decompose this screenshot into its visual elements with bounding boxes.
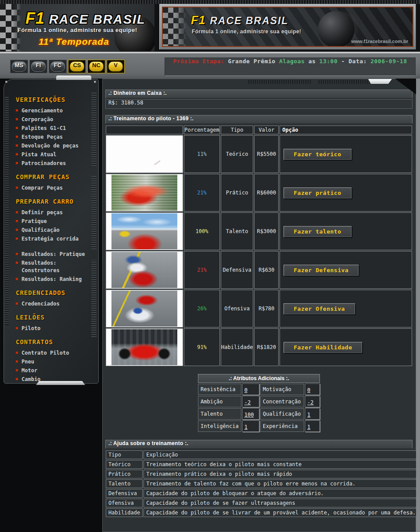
attr-value-resistencia[interactable]: 0 bbox=[242, 384, 259, 395]
next-race-date: 2006-09-18 bbox=[370, 58, 407, 65]
nav-button-fc[interactable]: FC bbox=[49, 60, 67, 73]
training-row-ofensiva: 26% Ofensiva R$780 Fazer Ofensiva bbox=[106, 290, 412, 327]
help-row: Defensiva Capacidade do piloto de bloque… bbox=[106, 489, 418, 498]
fazer-pratico-button[interactable]: Fazer prático bbox=[284, 187, 351, 198]
rivet-icon bbox=[94, 81, 96, 83]
sidebar-item-qualificacao[interactable]: Qualificação bbox=[16, 226, 92, 234]
attr-value-text: 1 bbox=[307, 412, 310, 418]
sidebar-item-label: Cambio bbox=[22, 376, 40, 383]
sidebar-item-comprar-pecas[interactable]: Comprar Peças bbox=[16, 184, 92, 192]
help-tipo: Talento bbox=[106, 479, 143, 488]
sidebar-item-patrocinadores[interactable]: Patrocinadores bbox=[16, 160, 92, 167]
attr-value-ambicao[interactable]: -2 bbox=[242, 396, 259, 407]
help-tipo: Tipo bbox=[106, 450, 143, 459]
attr-value-inteligencia[interactable]: 1 bbox=[242, 421, 259, 432]
sidebar-item-resultados-pratique[interactable]: Resultados: Pratique bbox=[16, 251, 92, 258]
attributes-title: .: Atributos Adicionais :. bbox=[198, 374, 320, 383]
fazer-habilidade-button[interactable]: Fazer Habilidade bbox=[284, 342, 362, 353]
nav-button-fi[interactable]: FI bbox=[29, 60, 47, 73]
attr-value-text: 1 bbox=[244, 424, 248, 430]
nav-button-nc[interactable]: NC bbox=[87, 60, 105, 73]
right-edge-strip bbox=[416, 54, 420, 532]
sidebar-item-estrategia-corrida[interactable]: Estratégia corrida bbox=[16, 235, 92, 243]
help-desc: Capacidade do piloto de se fazer ultrapa… bbox=[144, 499, 418, 507]
sidebar-item-label: Gerenciamento bbox=[22, 107, 63, 115]
attr-value-text: -2 bbox=[244, 399, 251, 406]
sidebar-item-credenciados[interactable]: Credenciados bbox=[16, 300, 92, 308]
next-race-label: Próxima Etapa: bbox=[173, 58, 225, 65]
nav-button-fi-label: FI bbox=[31, 61, 46, 72]
nav-button-cs-label: CS bbox=[70, 61, 84, 72]
fazer-talento-button[interactable]: Fazer talento bbox=[284, 226, 351, 237]
attr-label-talento: Talento bbox=[198, 408, 241, 420]
tipo-value: Prático bbox=[221, 174, 253, 212]
attr-label-motivacao: Motivação bbox=[260, 384, 304, 395]
nav-button-v[interactable]: V bbox=[107, 60, 125, 73]
attr-value-motivacao[interactable]: 0 bbox=[305, 384, 320, 395]
attr-label-ambicao: Ambição bbox=[198, 396, 241, 407]
sidebar-item-label: Estratégia corrida bbox=[22, 235, 79, 243]
sidebar-item-label: Credenciados bbox=[22, 300, 60, 308]
sidebar-item-resultados-construtores[interactable]: Resultados: Construtores bbox=[16, 259, 92, 274]
bullet-icon bbox=[16, 220, 18, 222]
sidebar-item-label: Pista Atual bbox=[22, 151, 56, 158]
bullet-icon bbox=[16, 369, 18, 371]
money-value: R$: 3180.58 bbox=[105, 99, 413, 109]
sidebar-item-piloto[interactable]: Piloto bbox=[16, 325, 92, 332]
fazer-teorico-button[interactable]: Fazer teórico bbox=[284, 149, 351, 160]
chalkboard-photo bbox=[106, 135, 183, 173]
attr-label-experiencia: Experiência bbox=[260, 421, 304, 432]
sidebar-item-estoque-pecas[interactable]: Estoque Peças bbox=[16, 133, 92, 141]
bullet-icon bbox=[16, 109, 18, 111]
main-panel: .: Dinheiro em Caixa :. R$: 3180.58 .: T… bbox=[102, 79, 416, 532]
main-content: .: Dinheiro em Caixa :. R$: 3180.58 .: T… bbox=[103, 79, 416, 518]
bullet-icon bbox=[16, 327, 18, 329]
sidebar-item-label: Qualificação bbox=[22, 226, 60, 234]
sidebar-item-devolucao-pecas[interactable]: Devolução de peças bbox=[16, 142, 92, 150]
nav-button-ms[interactable]: MS bbox=[10, 60, 28, 73]
sidebar-item-label: Resultados: Ranking bbox=[22, 276, 82, 283]
sidebar-item-palpites[interactable]: Palpites G1-C1 bbox=[16, 125, 92, 132]
valor-value: R$1820 bbox=[254, 328, 279, 366]
bullet-icon bbox=[16, 278, 18, 280]
help-tipo: Ofensiva bbox=[106, 499, 143, 507]
fazer-defensiva-button[interactable]: Fazer Defensiva bbox=[284, 265, 359, 276]
banner-ad[interactable]: F1 Race Brasil Fórmula 1 online, adminis… bbox=[159, 4, 416, 50]
percent-value: 11% bbox=[184, 135, 220, 173]
percent-value: 100% bbox=[184, 212, 220, 250]
training-row-defensiva: 21% Defensiva R$630 Fazer Defensiva bbox=[106, 251, 412, 289]
sidebar-item-pneu[interactable]: Pneu bbox=[16, 358, 92, 366]
help-tipo: Prático bbox=[106, 470, 143, 478]
attr-value-qualificacao[interactable]: 1 bbox=[305, 408, 320, 420]
attr-value-text: 0 bbox=[307, 387, 310, 393]
sidebar-item-definir-pecas[interactable]: Definir peças bbox=[16, 209, 92, 216]
nav-button-cs[interactable]: CS bbox=[68, 60, 86, 73]
sidebar-item-label: Pratique bbox=[22, 218, 47, 225]
season-label: 11ª Temporada bbox=[39, 36, 109, 47]
valor-value: R$5500 bbox=[254, 135, 279, 173]
training-header-row: Porcentagem Tipo Valor Opção bbox=[106, 126, 412, 134]
sidebar-item-corporacao[interactable]: Corporação bbox=[16, 116, 92, 123]
sidebar-item-label: Piloto bbox=[22, 325, 40, 332]
sidebar-item-resultados-ranking[interactable]: Resultados: Ranking bbox=[16, 276, 92, 283]
col-header-porcentagem: Porcentagem bbox=[184, 126, 220, 134]
fazer-ofensiva-button[interactable]: Fazer Ofensiva bbox=[284, 303, 355, 314]
bullet-icon bbox=[16, 136, 18, 138]
sidebar-item-pista-atual[interactable]: Pista Atual bbox=[16, 151, 92, 158]
sidebar-item-pratique[interactable]: Pratique bbox=[16, 218, 92, 225]
attr-value-talento[interactable]: 100 bbox=[242, 408, 259, 420]
sidebar-item-contrato-piloto[interactable]: Contrato Piloto bbox=[16, 349, 92, 357]
sidebar-item-gerenciamento[interactable]: Gerenciamento bbox=[16, 107, 92, 115]
sidebar-item-label: Contrato Piloto bbox=[22, 349, 69, 357]
banner-inner: F1 Race Brasil Fórmula 1 online, adminis… bbox=[162, 7, 413, 47]
percent-value: 91% bbox=[184, 328, 220, 366]
bullet-icon bbox=[16, 229, 18, 231]
next-race-track: Alagoas bbox=[279, 58, 305, 65]
bullet-icon bbox=[16, 237, 18, 240]
help-desc: Treinamento teórico deixa o piloto mais … bbox=[144, 460, 418, 469]
attributes-table: .: Atributos Adicionais :. Resistência 0… bbox=[197, 373, 321, 433]
sidebar-item-motor[interactable]: Motor bbox=[16, 367, 92, 374]
attr-value-experiencia[interactable]: 1 bbox=[305, 421, 320, 432]
sidebar-item-label: Resultados: Pratique bbox=[22, 251, 85, 258]
attr-value-concentracao[interactable]: -2 bbox=[305, 396, 320, 407]
